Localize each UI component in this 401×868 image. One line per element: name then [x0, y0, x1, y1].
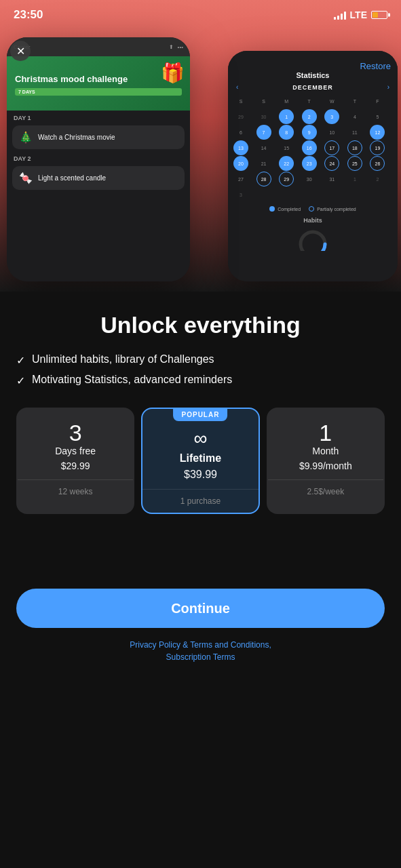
price-card-month[interactable]: 1 Month $9.99/month 2.5$/week [267, 408, 385, 514]
day1-label: DAY 1 [7, 111, 190, 123]
stats-screen: Statistics ‹ DECEMBER › S S M T W T F 29… [228, 51, 398, 281]
lte-label: LTE [350, 9, 367, 20]
status-bar: 23:50 LTE [0, 0, 401, 30]
price-card-month-bottom: 2.5$/week [268, 480, 383, 503]
completed-dot [269, 206, 275, 212]
days-badge: 7 DAYS [15, 88, 182, 96]
spacer [16, 534, 385, 589]
days-price: $29.99 [26, 460, 125, 471]
infinity-icon: ∞ [151, 428, 250, 450]
day2-label: DAY 2 [7, 151, 190, 164]
calendar-header: ‹ DECEMBER › [233, 83, 392, 91]
prev-arrow: ‹ [236, 83, 238, 91]
legal-links[interactable]: Privacy Policy & Terms and Conditions,Su… [130, 640, 271, 662]
habit-item-2: 🍬 Light a scented candle [12, 166, 185, 190]
habits-label: Habits [233, 217, 392, 224]
price-card-days-bottom: 12 weeks [18, 480, 133, 503]
feature-text-2: Motivating Statistics, advanced reminder… [32, 374, 232, 386]
completed-label: Completed [278, 207, 301, 212]
habits-chart [292, 224, 333, 251]
days-label: Days free [26, 446, 125, 456]
price-card-month-top: 1 Month $9.99/month [268, 409, 383, 480]
lifetime-sub: 1 purchase [151, 496, 250, 506]
habits-section: Habits [233, 217, 392, 254]
partial-label: Partialy completed [317, 207, 356, 212]
hero-section: ✕ Carrier ⬆ ••• Christmas mood challenge… [0, 0, 401, 292]
stats-legend: Completed Partialy completed [233, 206, 392, 212]
partial-dot [309, 206, 314, 212]
calendar-month: DECEMBER [292, 84, 333, 91]
price-card-days-top: 3 Days free $29.99 [18, 409, 133, 480]
banner-title: Christmas mood challenge [15, 74, 182, 85]
habit-2-icon: 🍬 [19, 172, 33, 184]
habit-1-icon: 🎄 [19, 131, 33, 144]
price-card-lifetime[interactable]: POPULAR ∞ Lifetime $39.99 1 purchase [141, 408, 259, 514]
phone-right-mockup: Statistics ‹ DECEMBER › S S M T W T F 29… [228, 51, 398, 281]
next-arrow: › [387, 83, 389, 91]
month-label: Month [276, 446, 375, 456]
check-icon-2: ✓ [16, 374, 25, 387]
days-number: 3 [26, 421, 125, 444]
lifetime-price: $39.99 [151, 469, 250, 481]
restore-button[interactable]: Restore [360, 61, 391, 71]
month-price: $9.99/month [276, 460, 375, 471]
christmas-banner: Christmas mood challenge 7 DAYS 🎁 [7, 56, 190, 111]
price-card-days[interactable]: 3 Days free $29.99 12 weeks [16, 408, 134, 514]
svg-point-0 [301, 232, 325, 251]
pricing-grid: 3 Days free $29.99 12 weeks POPULAR ∞ Li… [16, 408, 385, 514]
feature-list: ✓ Unlimited habits, library of Challenge… [16, 353, 385, 387]
habit-1-text: Watch a Christmas movie [38, 134, 115, 141]
feature-text-1: Unlimited habits, library of Challenges [32, 353, 214, 366]
legal-text[interactable]: Privacy Policy & Terms and Conditions,Su… [16, 639, 385, 663]
habit-item-1: 🎄 Watch a Christmas movie [12, 125, 185, 149]
main-content: Unlock everything ✓ Unlimited habits, li… [0, 292, 401, 868]
status-icons: LTE [334, 9, 387, 20]
days-sub: 12 weeks [26, 487, 125, 496]
signal-icon [334, 10, 346, 20]
status-time: 23:50 [14, 8, 43, 22]
habit-2-text: Light a scented candle [38, 174, 106, 182]
continue-button[interactable]: Continue [16, 589, 385, 628]
calendar-grid: S S M T W T F 29 30 1 2 3 4 5 6 7 8 9 [233, 94, 392, 202]
feature-item-1: ✓ Unlimited habits, library of Challenge… [16, 353, 385, 367]
month-number: 1 [276, 421, 375, 444]
popular-badge: POPULAR [174, 408, 228, 421]
month-sub: 2.5$/week [276, 487, 375, 496]
gift-icon: 🎁 [161, 62, 185, 84]
phone-header: Carrier ⬆ ••• [7, 37, 190, 56]
lifetime-label: Lifetime [151, 452, 250, 465]
check-icon-1: ✓ [16, 354, 25, 367]
feature-item-2: ✓ Motivating Statistics, advanced remind… [16, 374, 385, 387]
price-card-lifetime-bottom: 1 purchase [142, 490, 258, 513]
phone-left-mockup: Carrier ⬆ ••• Christmas mood challenge 7… [7, 37, 190, 281]
stats-title: Statistics [233, 71, 392, 79]
close-button[interactable]: ✕ [10, 41, 31, 61]
unlock-title: Unlock everything [16, 312, 385, 338]
battery-icon [371, 11, 387, 19]
